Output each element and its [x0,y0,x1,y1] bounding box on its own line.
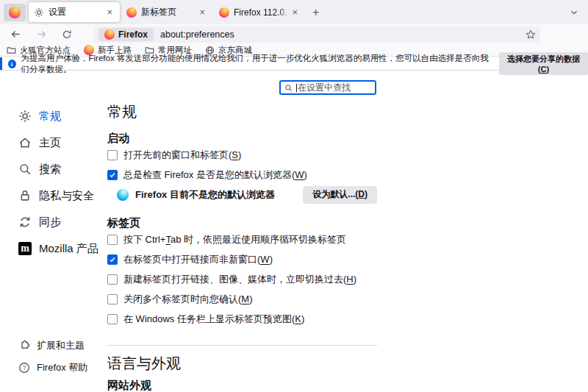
section-divider [107,345,377,346]
page-title: 常规 [107,104,377,120]
checkbox-label[interactable]: 在标签页中打开链接而非新窗口(W) [123,253,273,266]
firefox-view-button[interactable] [4,4,26,21]
preference-row: 关闭多个标签页时向您确认(M) [107,289,377,309]
group-heading: 启动 [107,132,377,145]
choose-shared-data-button[interactable]: 选择您要分享的数据(C) [499,52,588,75]
navigation-toolbar: Firefox about:preferences [0,24,588,44]
settings-search-input[interactable]: 在设置中查找 [279,80,376,95]
sidebar-item-label: 搜索 [39,163,61,177]
bookmark-star-button[interactable] [526,29,536,40]
sidebar-item-lock[interactable]: 隐私与安全 [0,182,104,209]
sidebar-item-sync[interactable]: 同步 [0,209,104,235]
tab-close-button[interactable]: × [104,6,115,18]
forward-button[interactable] [32,26,51,42]
firefox-logo-icon [9,7,21,18]
notification-text: 为提高用户体验，Firefox 将发送部分功能的使用情况给我们，用于进一步优化火… [21,53,489,75]
info-icon: i [8,60,16,68]
section-title: 语言与外观 [107,355,377,371]
search-placeholder: 在设置中查找 [298,82,351,94]
sidebar-item-search[interactable]: 搜索 [0,156,104,182]
reload-icon [62,29,72,40]
sidebar-item-home[interactable]: 主页 [0,129,104,156]
sidebar-item-gear[interactable]: 常规 [0,103,104,129]
tab-close-button[interactable]: × [197,6,207,18]
set-default-button[interactable]: 设为默认...(D) [303,186,377,204]
tab-strip: 设置×新标签页×Firefox 112.0, See All New Fe× [29,2,306,22]
tab-title: Firefox 112.0, See All New Fe [234,7,290,18]
preference-row: 总是检查 Firefox 是否是您的默认浏览器(W) [107,165,377,185]
browser-tab[interactable]: Firefox 112.0, See All New Fe× [214,2,305,22]
group-heading: 标签页 [107,216,377,229]
sidebar-item-label: 隐私与安全 [39,189,94,203]
new-tab-button[interactable]: + [306,4,325,21]
tab-title: 设置 [49,6,104,18]
preference-row: 打开先前的窗口和标签页(S) [107,145,377,165]
chevron-down-icon [569,7,579,18]
settings-groups: 启动打开先前的窗口和标签页(S)总是检查 Firefox 是否是您的默认浏览器(… [107,132,377,329]
checkbox[interactable] [107,254,118,265]
subsection-heading: 网站外观 [107,379,377,392]
text-caret [296,84,297,92]
checkbox[interactable] [107,314,118,324]
tab-bar: 设置×新标签页×Firefox 112.0, See All New Fe× + [0,0,588,24]
checkbox[interactable] [107,274,118,285]
firefox-icon [219,7,229,18]
gear-icon [34,7,44,18]
list-all-tabs-button[interactable] [569,7,579,18]
sidebar-item-label: 常规 [39,110,61,124]
preference-row: 按下 Ctrl+Tab 时，依照最近使用顺序循环切换标签页 [107,229,377,249]
tab-title: 新标签页 [141,6,197,18]
checkbox-label[interactable]: 打开先前的窗口和标签页(S) [123,149,241,162]
back-arrow-icon [10,29,21,40]
sidebar-item-label: 同步 [39,215,61,229]
url-text: about:preferences [160,29,234,40]
browser-tab[interactable]: 设置× [29,2,120,22]
sidebar-item-label: Mozilla 产品 [39,242,98,256]
checkbox-label[interactable]: 新建标签页打开链接、图像、媒体时，立即切换过去(H) [123,273,356,286]
settings-sidebar: 常规主页搜索隐私与安全同步mMozilla 产品 [0,103,104,262]
firefox-grayscale-icon [117,189,129,201]
default-browser-status-text: Firefox 目前不是您的默认浏览器 [135,188,275,202]
url-bar[interactable]: Firefox about:preferences [94,26,540,43]
checkbox-label[interactable]: 总是检查 Firefox 是否是您的默认浏览器(W) [123,168,307,182]
sidebar-item-label: Firefox 帮助 [37,361,87,374]
preference-row: 在标签页中打开链接而非新窗口(W) [107,249,377,269]
firefox-logo-icon [104,29,115,40]
settings-main-pane: 常规 启动打开先前的窗口和标签页(S)总是检查 Firefox 是否是您的默认浏… [107,104,377,392]
home-icon [18,136,32,149]
help-icon: ? [18,362,30,374]
sidebar-item-label: 主页 [39,136,61,150]
search-icon [284,84,293,92]
preference-row: 新建标签页打开链接、图像、媒体时，立即切换过去(H) [107,269,377,289]
gear-icon [18,110,32,123]
extensions-icon [18,340,30,352]
sidebar-footer-item-help[interactable]: ?Firefox 帮助 [0,357,104,379]
checkbox[interactable] [107,170,118,180]
default-browser-row: Firefox 目前不是您的默认浏览器设为默认...(D) [107,185,377,204]
reload-button[interactable] [57,27,76,42]
search-icon [18,163,32,176]
checkbox[interactable] [107,235,118,245]
checkbox[interactable] [107,150,118,160]
firefox-icon [126,7,137,18]
sidebar-footer-item-extensions[interactable]: 扩展和主题 [0,335,104,357]
sync-icon [18,215,32,229]
folder-icon [7,46,16,55]
checkbox-label[interactable]: 在 Windows 任务栏上显示标签页预览图(K) [123,313,304,326]
site-identity-chip[interactable]: Firefox [98,28,154,41]
tab-close-button[interactable]: × [290,6,300,18]
site-identity-label: Firefox [118,29,148,40]
mozilla-icon: m [18,242,32,255]
checkbox-label[interactable]: 关闭多个标签页时向您确认(M) [123,293,253,306]
notification-bar: i 为提高用户体验，Firefox 将发送部分功能的使用情况给我们，用于进一步优… [0,57,588,71]
forward-arrow-icon [36,29,47,40]
svg-text:?: ? [23,364,26,371]
sidebar-item-label: 扩展和主题 [37,339,85,352]
checkbox[interactable] [107,294,118,304]
back-button[interactable] [6,26,26,42]
notification-accent [0,57,2,70]
sidebar-item-mozilla[interactable]: mMozilla 产品 [0,235,104,262]
browser-tab[interactable]: 新标签页× [121,2,212,22]
star-icon [526,29,536,40]
checkbox-label[interactable]: 按下 Ctrl+Tab 时，依照最近使用顺序循环切换标签页 [123,233,346,246]
